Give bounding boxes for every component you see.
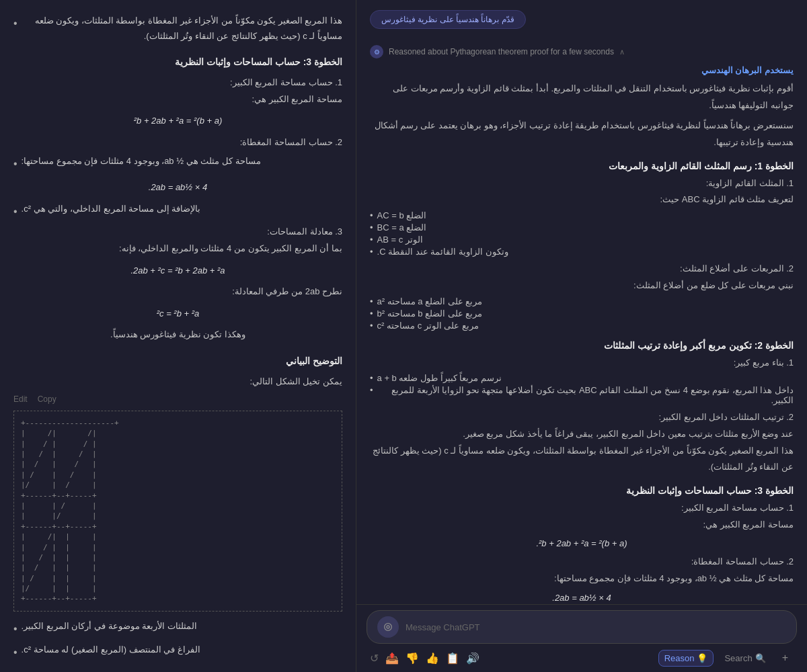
step2-bullet2-item: داخل هذا المربع، نقوم بوضع 4 نسخ من المث… bbox=[370, 385, 794, 405]
bullet-dot-r7: • bbox=[370, 321, 373, 331]
intro-heading: يستخدم البرهان الهندسي bbox=[370, 65, 794, 75]
left-eq4: ²c = ²b + ²a bbox=[13, 306, 342, 321]
search-icon: 🔍 bbox=[755, 653, 766, 663]
bullet-dot-r1: • bbox=[370, 210, 373, 220]
thumbdown-icon[interactable]: 👎 bbox=[406, 652, 419, 665]
step1-bullet3-text: الوتر AB = c bbox=[377, 235, 423, 245]
edit-copy-bar: Edit Copy bbox=[13, 394, 342, 404]
bullet-inner-text: بالإضافة إلى مساحة المربع الداخلي، والتي… bbox=[22, 201, 201, 216]
step2-bullet2-text: داخل هذا المربع، نقوم بوضع 4 نسخ من المث… bbox=[377, 385, 794, 405]
step2-bullet1-text: نرسم مربعاً كبيراً طول ضلعه a + b bbox=[377, 373, 502, 383]
share-icon[interactable]: 📤 bbox=[385, 652, 399, 665]
step2-heading: الخطوة 2: تكوين مربع أكبر وإعادة ترتيب ا… bbox=[370, 340, 794, 351]
left-bullet-triangles: مساحة كل مثلث هي ½ ab، وبوجود 4 مثلثات ف… bbox=[13, 153, 342, 174]
step1-sq2-item: مربع على الضلع b مساحته b² • bbox=[370, 308, 794, 319]
diagram: +--------------------+ | /| /| | / | / |… bbox=[13, 411, 342, 612]
bullet-dot-3: • bbox=[13, 202, 17, 222]
left-eq3: .2ab + ²c = ²b + 2ab + ²a bbox=[13, 263, 342, 278]
bullet-dot-r9: • bbox=[370, 385, 373, 405]
intro-text2: سنستعرض برهاناً هندسياً لنظرية فيثاغورس … bbox=[370, 118, 794, 151]
left-conclusion-line: وهكذا تكون نظرية فيثاغورس هندسياً. bbox=[13, 327, 342, 343]
step2-sub2-detail: عند وضع الأربع مثلثات بترتيب معين داخل ا… bbox=[370, 426, 794, 443]
svg-point-0 bbox=[387, 626, 389, 628]
step1-bullet1-item: الضلع AC = b • bbox=[370, 210, 794, 220]
main-container: هذا المربع الصغير يكون مكوّناً من الأجزا… bbox=[0, 0, 807, 672]
step1-sq3-item: مربع على الوتر c مساحته c² • bbox=[370, 321, 794, 331]
intro-note-text: هذا المربع الصغير يكون مكوّناً من الأجزا… bbox=[22, 13, 342, 44]
step1-sq1-text: مربع على الضلع a مساحته a² bbox=[377, 296, 483, 306]
diagram-note2-item: الفراغ في المنتصف (المربع الصغير) له مسا… bbox=[13, 642, 342, 663]
reason-icon: 💡 bbox=[697, 653, 707, 663]
left-step3-sub2: 2. حساب المساحة المغطاة: bbox=[13, 134, 342, 151]
message-input[interactable] bbox=[406, 622, 786, 632]
search-label: Search bbox=[724, 653, 752, 663]
edit-button[interactable]: Edit bbox=[13, 394, 28, 404]
refresh-icon[interactable]: ↺ bbox=[370, 652, 379, 665]
bullet-dot-r8: • bbox=[370, 373, 373, 383]
step2-sub2-detail2: هذا المربع الصغير يكون مكوّناً من الأجزا… bbox=[370, 443, 794, 476]
input-area bbox=[367, 610, 797, 644]
step1-bullet2-item: الضلع BC = a • bbox=[370, 222, 794, 233]
intro-text: أقوم بإثبات نظرية فيثاغورس باستخدام التن… bbox=[370, 81, 794, 114]
bullet-dot-r3: • bbox=[370, 235, 373, 245]
left-eq2: .2ab = ab½ × 4 bbox=[13, 179, 342, 195]
right-step3-sub2-detail: مساحة كل مثلث هي ½ ab، وبوجود 4 مثلثات ف… bbox=[370, 571, 794, 587]
search-button[interactable]: 🔍 Search bbox=[719, 650, 771, 666]
bullet-dot-5: • bbox=[13, 643, 17, 663]
step2-sub1: 1. بناء مربع كبير: bbox=[370, 355, 794, 372]
plus-button[interactable]: + bbox=[777, 649, 794, 667]
left-visual-intro: يمكن تخيل الشكل التالي: bbox=[13, 374, 342, 390]
step1-bullet3-item: الوتر AB = c • bbox=[370, 235, 794, 245]
collapse-button[interactable]: ∧ bbox=[619, 48, 625, 56]
copy-button[interactable]: Copy bbox=[38, 394, 56, 404]
left-step3-heading: الخطوة 3: حساب المساحات وإثبات النظرية bbox=[13, 54, 342, 71]
reasoning-icon: ⚙ bbox=[370, 45, 383, 58]
bullet-triangles-text: مساحة كل مثلث هي ½ ab، وبوجود 4 مثلثات ف… bbox=[22, 153, 261, 169]
toolbar-icons: 🔊 📋 👍 👎 📤 ↺ bbox=[370, 652, 479, 665]
plus-icon: + bbox=[782, 652, 788, 664]
copy-icon[interactable]: 📋 bbox=[446, 652, 459, 665]
step1-bullet1-text: الضلع AC = b bbox=[377, 210, 427, 220]
left-step3-sub1: 1. حساب مساحة المربع الكبير: bbox=[13, 75, 342, 91]
bullet-dot-r4: • bbox=[370, 247, 373, 257]
bottom-tools-left: + 🔍 Search 💡 Reason bbox=[658, 649, 794, 667]
send-button[interactable] bbox=[377, 616, 399, 638]
step1-sq1-item: مربع على الضلع a مساحته a² • bbox=[370, 296, 794, 306]
diagram-note1-text: المثلثات الأربعة موضوعة في أركان المربع … bbox=[22, 618, 197, 634]
reason-button[interactable]: 💡 Reason bbox=[658, 650, 714, 667]
step1-bullet4-item: وتكون الزاوية القائمة عند النقطة C. • bbox=[370, 247, 794, 257]
left-sub3-desc: بما أن المربع الكبير يتكون من 4 مثلثات و… bbox=[13, 241, 342, 257]
right-panel: قدّم برهاناً هندسياً على نظرية فيثاغورس … bbox=[356, 0, 807, 672]
right-eq2: .2ab = ab½ × 4 bbox=[370, 593, 794, 603]
pythagorean-btn-container: قدّم برهاناً هندسياً على نظرية فيثاغورس bbox=[370, 10, 794, 37]
left-panel: هذا المربع الصغير يكون مكوّناً من الأجزا… bbox=[0, 0, 356, 672]
bullet-dot-r6: • bbox=[370, 308, 373, 319]
bottom-bar: + 🔍 Search 💡 Reason 🔊 📋 👍 👎 bbox=[356, 604, 807, 672]
step1-sq3-text: مربع على الوتر c مساحته c² bbox=[377, 321, 479, 331]
step1-heading: الخطوة 1: رسم المثلث القائم الزاوية والم… bbox=[370, 161, 794, 171]
svg-point-1 bbox=[385, 624, 392, 631]
reasoning-header: ⚙ Reasoned about Pythagorean theorem pro… bbox=[370, 45, 794, 58]
bullet-dot-r5: • bbox=[370, 296, 373, 306]
diagram-note1-item: المثلثات الأربعة موضوعة في أركان المربع … bbox=[13, 618, 342, 639]
audio-icon[interactable]: 🔊 bbox=[466, 652, 479, 665]
step1-sub2-detail: نبني مربعات على كل ضلع من أضلاع المثلث: bbox=[370, 278, 794, 294]
reason-label: Reason bbox=[664, 653, 695, 663]
diagram-note2-text: الفراغ في المنتصف (المربع الصغير) له مسا… bbox=[22, 642, 200, 657]
bullet-dot-4: • bbox=[13, 620, 17, 639]
left-bullet-inner: بالإضافة إلى مساحة المربع الداخلي، والتي… bbox=[13, 201, 342, 222]
step2-sub2: 2. ترتيب المثلثات داخل المربع الكبير: bbox=[370, 409, 794, 426]
pythagorean-question-btn[interactable]: قدّم برهاناً هندسياً على نظرية فيثاغورس bbox=[370, 10, 526, 29]
chat-messages: قدّم برهاناً هندسياً على نظرية فيثاغورس … bbox=[356, 0, 807, 604]
send-icon bbox=[383, 622, 393, 632]
right-eq1: .²b + 2ab + ²a = ²(b + a) bbox=[370, 538, 794, 548]
left-step3-sub1-detail: مساحة المربع الكبير هي: bbox=[13, 91, 342, 108]
bullet-dot: • bbox=[13, 14, 17, 34]
right-step3-heading: الخطوة 3: حساب المساحات وإثبات النظرية bbox=[370, 485, 794, 496]
right-step3-sub1: 1. حساب مساحة المربع الكبير: bbox=[370, 500, 794, 517]
bullet-dot-2: • bbox=[13, 155, 17, 174]
reasoning-text: Reasoned about Pythagorean theorem proof… bbox=[389, 47, 614, 56]
bottom-tools: + 🔍 Search 💡 Reason 🔊 📋 👍 👎 bbox=[367, 649, 797, 667]
left-visual-title: التوضيح البياني bbox=[13, 353, 342, 370]
thumbup-icon[interactable]: 👍 bbox=[426, 652, 439, 665]
